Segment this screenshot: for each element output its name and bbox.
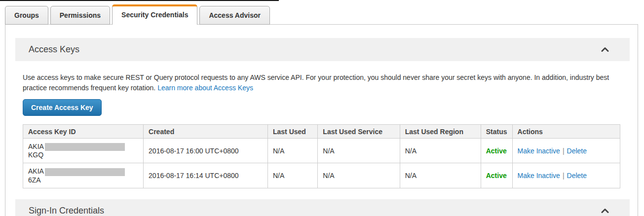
access-key-prefix: AKIA — [28, 167, 44, 175]
make-inactive-link[interactable]: Make Inactive — [518, 172, 560, 180]
access-keys-section-header: Access Keys — [15, 38, 630, 61]
status-cell: Active — [481, 139, 512, 163]
tab-content-panel: Access Keys Use access keys to make secu… — [5, 24, 638, 216]
access-keys-collapse-button[interactable] — [599, 45, 611, 54]
column-header-last-used-region: Last Used Region — [400, 125, 481, 139]
last-used-service-cell: N/A — [318, 139, 400, 163]
tab-permissions[interactable]: Permissions — [50, 6, 110, 25]
tab-security-credentials[interactable]: Security Credentials — [112, 4, 197, 25]
action-separator: | — [563, 172, 565, 180]
column-header-access-key-id: Access Key ID — [23, 125, 144, 139]
status-cell: Active — [481, 163, 512, 188]
table-row: AKIA6ZA 2016-08-17 16:14 UTC+0800 N/A N/… — [23, 163, 620, 188]
action-separator: | — [563, 147, 565, 155]
delete-link[interactable]: Delete — [567, 147, 587, 155]
signin-credentials-section: Sign-In Credentials User Name adventurer… — [15, 199, 630, 216]
table-header-row: Access Key ID Created Last Used Last Use… — [23, 125, 620, 139]
access-keys-section-title: Access Keys — [29, 44, 79, 55]
column-header-actions: Actions — [512, 125, 620, 139]
access-key-id-cell: AKIAKGQ — [23, 139, 144, 163]
tab-groups[interactable]: Groups — [5, 6, 48, 25]
section-gap — [15, 188, 630, 199]
column-header-status: Status — [481, 125, 512, 139]
last-used-service-cell: N/A — [318, 163, 400, 188]
status-badge: Active — [486, 147, 507, 155]
access-keys-description: Use access keys to make secure REST or Q… — [23, 72, 620, 93]
chevron-up-icon — [601, 208, 609, 214]
access-keys-table: Access Key ID Created Last Used Last Use… — [23, 124, 620, 188]
chevron-up-icon — [601, 47, 609, 52]
make-inactive-link[interactable]: Make Inactive — [518, 147, 560, 155]
actions-cell: Make Inactive|Delete — [512, 139, 620, 163]
status-badge: Active — [486, 172, 507, 180]
delete-link[interactable]: Delete — [567, 172, 587, 180]
access-keys-section-body: Use access keys to make secure REST or Q… — [15, 72, 630, 188]
redacted-key-mask — [45, 143, 125, 151]
access-key-suffix: 6ZA — [28, 176, 41, 184]
tab-access-advisor[interactable]: Access Advisor — [199, 6, 270, 25]
last-used-cell: N/A — [267, 139, 317, 163]
redacted-key-mask — [45, 168, 125, 176]
column-header-created: Created — [144, 125, 268, 139]
signin-credentials-section-title: Sign-In Credentials — [29, 206, 104, 216]
access-key-prefix: AKIA — [28, 143, 44, 150]
created-cell: 2016-08-17 16:00 UTC+0800 — [144, 139, 268, 163]
column-header-last-used-service: Last Used Service — [318, 125, 400, 139]
signin-credentials-section-header: Sign-In Credentials — [15, 199, 630, 216]
access-keys-description-text: Use access keys to make secure REST or Q… — [23, 73, 609, 92]
access-key-suffix: KGQ — [28, 151, 43, 159]
create-access-key-button[interactable]: Create Access Key — [23, 99, 102, 116]
tab-bar: Groups Permissions Security Credentials … — [0, 0, 644, 24]
column-header-last-used: Last Used — [267, 125, 317, 139]
last-used-region-cell: N/A — [400, 139, 481, 163]
learn-more-access-keys-link[interactable]: Learn more about Access Keys — [157, 84, 253, 92]
created-cell: 2016-08-17 16:14 UTC+0800 — [144, 163, 268, 188]
access-keys-section: Access Keys Use access keys to make secu… — [15, 38, 630, 188]
last-used-region-cell: N/A — [400, 163, 481, 188]
last-used-cell: N/A — [267, 163, 317, 188]
table-row: AKIAKGQ 2016-08-17 16:00 UTC+0800 N/A N/… — [23, 139, 620, 163]
signin-credentials-collapse-button[interactable] — [599, 206, 611, 216]
actions-cell: Make Inactive|Delete — [512, 163, 620, 188]
access-key-id-cell: AKIA6ZA — [23, 163, 144, 188]
